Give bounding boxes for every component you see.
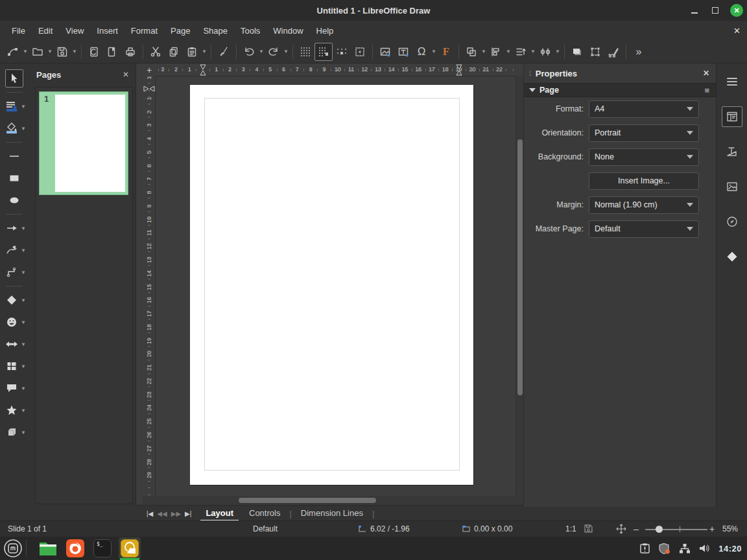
pages-panel-close-button[interactable]: ✕ xyxy=(123,70,129,79)
open-button[interactable] xyxy=(29,43,47,61)
callout-shapes-tool[interactable] xyxy=(3,379,21,397)
crop-image-button[interactable] xyxy=(586,43,604,61)
previous-page-button[interactable]: ◀◀ xyxy=(157,510,167,517)
vertical-ruler[interactable]: 1123456789101112131415161718192021222324… xyxy=(143,76,156,496)
firewall-shield-icon[interactable] xyxy=(658,542,671,555)
page-style[interactable]: Default xyxy=(253,524,278,533)
paste-dropdown[interactable]: ▼ xyxy=(201,43,208,61)
master-page-dropdown[interactable]: Default xyxy=(589,220,699,238)
undo-dropdown[interactable]: ▼ xyxy=(258,43,265,61)
toggle-point-edit-button[interactable] xyxy=(604,43,622,61)
minimize-button[interactable] xyxy=(689,5,700,16)
tab-gallery[interactable] xyxy=(722,176,742,197)
background-dropdown[interactable]: None xyxy=(589,148,699,166)
line-color-tool[interactable] xyxy=(3,97,21,115)
tab-controls[interactable]: Controls xyxy=(241,506,288,521)
arrange-button[interactable] xyxy=(512,43,530,61)
copy-button[interactable] xyxy=(165,43,183,61)
ruler-origin-button[interactable]: + xyxy=(143,64,156,76)
next-page-button[interactable]: ▶▶ xyxy=(171,510,181,517)
page-canvas[interactable] xyxy=(190,85,473,485)
stars-and-banners-dropdown[interactable]: ▼ xyxy=(21,408,27,414)
firefox-launcher[interactable] xyxy=(64,537,86,559)
menu-insert[interactable]: Insert xyxy=(90,23,124,39)
basic-shapes-tool[interactable] xyxy=(3,291,21,309)
margin-marker-icon[interactable] xyxy=(200,64,206,76)
paste-button[interactable] xyxy=(183,43,201,61)
insert-text-box-button[interactable] xyxy=(394,43,412,61)
ellipse-tool[interactable] xyxy=(5,191,23,209)
3d-objects-dropdown[interactable]: ▼ xyxy=(21,430,27,436)
menu-view[interactable]: View xyxy=(59,23,90,39)
zoom-percentage[interactable]: 55% xyxy=(722,524,738,533)
distribute-button[interactable] xyxy=(536,43,554,61)
redo-dropdown[interactable]: ▼ xyxy=(283,43,289,61)
open-dropdown[interactable]: ▼ xyxy=(47,43,53,61)
export-pdf-button[interactable] xyxy=(85,43,103,61)
margin-dropdown[interactable]: Normal (1.90 cm) xyxy=(589,196,699,214)
titlebar[interactable]: Untitled 1 - LibreOffice Draw ✕ xyxy=(0,0,747,21)
insert-image-button[interactable] xyxy=(376,43,394,61)
stars-and-banners-tool[interactable] xyxy=(3,401,21,419)
transformations-button[interactable] xyxy=(462,43,480,61)
volume-icon[interactable] xyxy=(698,542,711,554)
fill-color-dropdown[interactable]: ▼ xyxy=(21,126,27,132)
fontwork-button[interactable]: F xyxy=(437,43,455,61)
file-manager-launcher[interactable] xyxy=(37,537,59,559)
basic-shapes-dropdown[interactable]: ▼ xyxy=(21,298,27,303)
menu-page[interactable]: Page xyxy=(164,23,196,39)
tab-properties[interactable] xyxy=(722,106,742,127)
zoom-slider-track[interactable] xyxy=(645,529,707,530)
menu-file[interactable]: File xyxy=(5,23,32,39)
vertical-scrollbar-thumb[interactable] xyxy=(517,139,523,395)
first-page-button[interactable]: |◀ xyxy=(147,510,153,517)
document-modified-icon[interactable] xyxy=(584,524,593,533)
cut-button[interactable] xyxy=(147,43,165,61)
helplines-while-moving-button[interactable] xyxy=(333,43,351,61)
select-tool[interactable] xyxy=(5,69,23,88)
format-dropdown[interactable]: A4 xyxy=(589,100,699,118)
tab-layout[interactable]: Layout xyxy=(198,506,241,521)
save-button[interactable] xyxy=(53,43,71,61)
curves-and-polygons-dropdown[interactable]: ▼ xyxy=(21,248,27,253)
zoom-in-button[interactable]: + xyxy=(709,524,715,534)
section-menu-icon[interactable]: ≡ xyxy=(704,86,709,95)
scale-indicator[interactable]: 1:1 xyxy=(565,524,576,533)
menu-window[interactable]: Window xyxy=(267,23,309,39)
zoom-out-button[interactable]: – xyxy=(634,524,639,534)
snap-to-grid-button[interactable] xyxy=(314,43,333,61)
toolbar-overflow-button[interactable]: » xyxy=(630,43,648,61)
horizontal-scrollbar[interactable] xyxy=(143,496,523,505)
3d-objects-tool[interactable] xyxy=(3,423,21,441)
properties-panel-close-button[interactable]: ✕ xyxy=(703,69,709,78)
margin-marker-icon[interactable] xyxy=(456,64,462,76)
zoom-slider-handle[interactable] xyxy=(656,526,663,533)
new-dropdown[interactable]: ▼ xyxy=(22,43,29,61)
lines-and-arrows-dropdown[interactable]: ▼ xyxy=(21,226,27,231)
menu-edit[interactable]: Edit xyxy=(32,23,59,39)
close-document-button[interactable]: ✕ xyxy=(733,21,741,40)
new-button[interactable] xyxy=(4,43,22,61)
undo-button[interactable] xyxy=(240,43,258,61)
flowchart-tool[interactable] xyxy=(3,357,21,375)
lines-and-arrows-tool[interactable] xyxy=(3,219,21,237)
horizontal-ruler[interactable]: 32112345678910111213141516171819202122 xyxy=(156,64,517,76)
clone-formatting-button[interactable] xyxy=(215,43,233,61)
insert-image-button-panel[interactable]: Insert Image... xyxy=(589,172,699,190)
terminal-launcher[interactable]: $_ xyxy=(91,537,113,559)
clock[interactable]: 14:20 xyxy=(718,544,742,554)
horizontal-scrollbar-thumb[interactable] xyxy=(239,498,376,503)
tab-shapes[interactable] xyxy=(722,246,742,267)
align-objects-button[interactable] xyxy=(487,43,505,61)
fill-color-tool[interactable] xyxy=(3,119,21,137)
transformations-dropdown[interactable]: ▼ xyxy=(480,43,487,61)
align-objects-dropdown[interactable]: ▼ xyxy=(505,43,512,61)
maximize-button[interactable] xyxy=(709,5,721,16)
page-thumbnail[interactable]: 1 xyxy=(39,91,128,195)
connectors-tool[interactable] xyxy=(3,263,21,281)
block-arrows-dropdown[interactable]: ▼ xyxy=(21,342,27,347)
orientation-dropdown[interactable]: Portrait xyxy=(589,124,699,142)
flowchart-dropdown[interactable]: ▼ xyxy=(21,364,27,369)
special-character-button[interactable]: Ω xyxy=(412,43,431,61)
zoom-pan-button[interactable] xyxy=(351,43,369,61)
